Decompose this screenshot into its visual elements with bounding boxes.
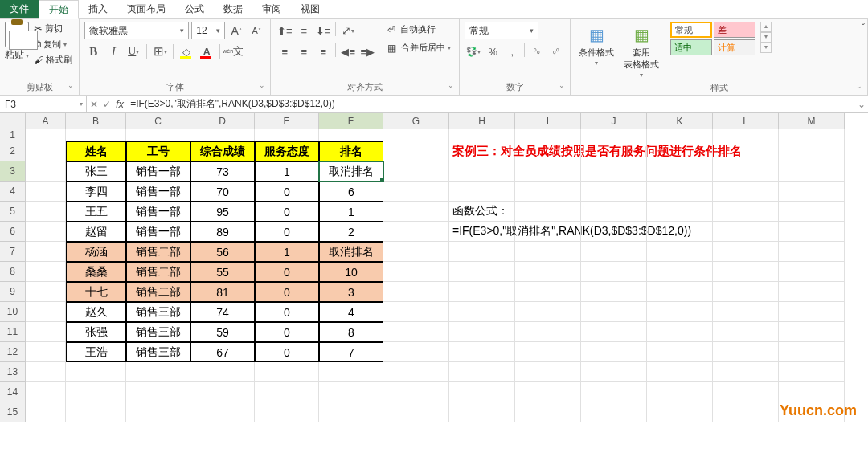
style-gallery-scroll[interactable]: ▴▾▾ — [760, 22, 772, 53]
cell-C4[interactable]: 销售一部 — [126, 182, 190, 202]
cell-G5[interactable] — [383, 202, 449, 222]
column-header-F[interactable]: F — [319, 113, 383, 129]
cell-J4[interactable] — [581, 182, 647, 202]
cell-D3[interactable]: 73 — [190, 161, 255, 182]
comma-button[interactable] — [503, 43, 521, 60]
row-header-15[interactable]: 15 — [0, 402, 26, 422]
cell-L13[interactable] — [713, 362, 779, 382]
cell-B12[interactable]: 王浩 — [66, 342, 126, 362]
collapse-ribbon-icon[interactable]: ˇ — [862, 22, 865, 34]
cell-M14[interactable] — [779, 382, 845, 402]
cell-K14[interactable] — [647, 382, 713, 402]
cell-J15[interactable] — [581, 402, 647, 422]
cell-M7[interactable] — [779, 242, 845, 262]
cell-B5[interactable]: 王五 — [66, 202, 126, 222]
cell-A15[interactable] — [26, 402, 66, 422]
cell-A3[interactable] — [26, 161, 66, 182]
fx-icon[interactable]: fx — [116, 98, 124, 110]
cell-M10[interactable] — [779, 302, 845, 322]
cell-E5[interactable]: 0 — [255, 202, 319, 222]
cell-H1[interactable] — [449, 129, 515, 141]
cell-J5[interactable] — [581, 202, 647, 222]
cell-H4[interactable] — [449, 182, 515, 202]
cell-D10[interactable]: 74 — [190, 302, 255, 322]
cell-I13[interactable] — [515, 362, 581, 382]
cell-E8[interactable]: 0 — [255, 262, 319, 282]
cell-B10[interactable]: 赵久 — [66, 302, 126, 322]
column-header-K[interactable]: K — [647, 113, 713, 129]
underline-button[interactable]: U — [125, 43, 142, 60]
font-color-button[interactable] — [198, 43, 215, 60]
cell-G6[interactable] — [383, 222, 449, 242]
copy-button[interactable]: 复制 — [32, 37, 74, 51]
cell-E4[interactable]: 0 — [255, 182, 319, 202]
align-left-button[interactable] — [276, 43, 293, 60]
cell-E15[interactable] — [255, 402, 319, 422]
cell-I5[interactable] — [515, 202, 581, 222]
cancel-formula-icon[interactable]: ✕ — [90, 99, 98, 110]
cell-E12[interactable]: 0 — [255, 342, 319, 362]
cell-G10[interactable] — [383, 302, 449, 322]
cell-I11[interactable] — [515, 322, 581, 342]
cell-J12[interactable] — [581, 342, 647, 362]
cell-H13[interactable] — [449, 362, 515, 382]
cell-A2[interactable] — [26, 141, 66, 161]
cell-D4[interactable]: 70 — [190, 182, 255, 202]
cell-K4[interactable] — [647, 182, 713, 202]
orientation-button[interactable] — [339, 22, 357, 39]
cell-K1[interactable] — [647, 129, 713, 141]
row-header-2[interactable]: 2 — [0, 141, 26, 161]
row-header-3[interactable]: 3 — [0, 161, 26, 182]
cell-L14[interactable] — [713, 382, 779, 402]
row-header-14[interactable]: 14 — [0, 382, 26, 402]
cell-M11[interactable] — [779, 322, 845, 342]
cell-L4[interactable] — [713, 182, 779, 202]
row-header-5[interactable]: 5 — [0, 202, 26, 222]
percent-button[interactable] — [484, 43, 502, 60]
cell-A5[interactable] — [26, 202, 66, 222]
decrease-decimal-button[interactable] — [547, 43, 565, 60]
cell-F7[interactable]: 取消排名 — [319, 242, 383, 262]
tab-data[interactable]: 数据 — [214, 0, 252, 18]
cell-A14[interactable] — [26, 382, 66, 402]
format-as-table-button[interactable]: 套用 表格格式 — [620, 22, 662, 80]
cell-H15[interactable] — [449, 402, 515, 422]
row-header-13[interactable]: 13 — [0, 362, 26, 382]
column-header-E[interactable]: E — [255, 113, 319, 129]
cell-E7[interactable]: 1 — [255, 242, 319, 262]
cell-F2[interactable]: 排名 — [319, 141, 383, 161]
cell-J11[interactable] — [581, 322, 647, 342]
column-header-A[interactable]: A — [26, 113, 66, 129]
cell-J10[interactable] — [581, 302, 647, 322]
cell-B15[interactable] — [66, 402, 126, 422]
cell-F3[interactable]: 取消排名 — [319, 161, 383, 182]
cell-C6[interactable]: 销售一部 — [126, 222, 190, 242]
row-header-8[interactable]: 8 — [0, 262, 26, 282]
cell-M8[interactable] — [779, 262, 845, 282]
column-header-I[interactable]: I — [515, 113, 581, 129]
cell-style-good[interactable]: 适中 — [670, 39, 712, 55]
cell-B3[interactable]: 张三 — [66, 161, 126, 182]
cell-B2[interactable]: 姓名 — [66, 141, 126, 161]
cell-H2[interactable]: 案例三：对全员成绩按照是否有服务问题进行条件排名 — [449, 141, 515, 161]
cell-E2[interactable]: 服务态度 — [255, 141, 319, 161]
cell-L6[interactable] — [713, 222, 779, 242]
number-format-combo[interactable]: 常规 — [465, 22, 538, 39]
column-header-B[interactable]: B — [66, 113, 126, 129]
row-header-12[interactable]: 12 — [0, 342, 26, 362]
cell-F11[interactable]: 8 — [319, 322, 383, 342]
cell-E10[interactable]: 0 — [255, 302, 319, 322]
cell-L8[interactable] — [713, 262, 779, 282]
cell-H12[interactable] — [449, 342, 515, 362]
cell-F1[interactable] — [319, 129, 383, 141]
cell-F10[interactable]: 4 — [319, 302, 383, 322]
cell-B6[interactable]: 赵留 — [66, 222, 126, 242]
cell-F13[interactable] — [319, 362, 383, 382]
cell-B8[interactable]: 桑桑 — [66, 262, 126, 282]
cell-J13[interactable] — [581, 362, 647, 382]
cell-A7[interactable] — [26, 242, 66, 262]
cell-D15[interactable] — [190, 402, 255, 422]
align-center-button[interactable] — [295, 43, 313, 60]
cell-B11[interactable]: 张强 — [66, 322, 126, 342]
cell-A13[interactable] — [26, 362, 66, 382]
